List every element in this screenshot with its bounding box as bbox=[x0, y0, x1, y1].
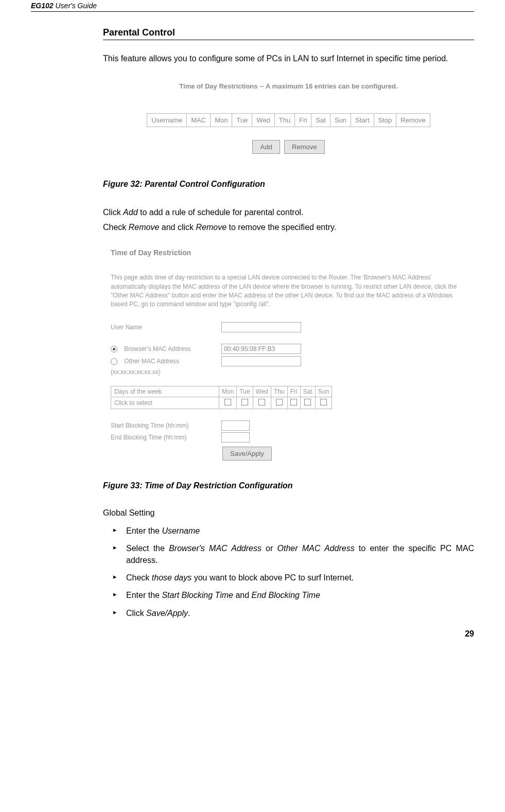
col-stop: Stop bbox=[374, 114, 396, 127]
col-wed: Wed bbox=[252, 114, 275, 127]
label-browser-mac: Browser's MAC Address bbox=[124, 345, 190, 352]
shot2-title: Time of Day Restriction bbox=[111, 249, 466, 257]
day-sun: Sun bbox=[315, 386, 332, 397]
col-sun: Sun bbox=[330, 114, 351, 127]
label-start-time: Start Blocking Time (hh:mm) bbox=[111, 422, 221, 429]
figure-32-caption: Figure 32: Parental Control Configuratio… bbox=[103, 180, 474, 189]
mid-line-1: Click Add to add a rule of schedule for … bbox=[103, 207, 474, 218]
day-thu: Thu bbox=[271, 386, 288, 397]
day-mon: Mon bbox=[219, 386, 237, 397]
figure-33-caption: Figure 33: Time of Day Restriction Confi… bbox=[103, 481, 474, 490]
day-tue: Tue bbox=[237, 386, 253, 397]
screenshot-time-restrictions-list: Time of Day Restrictions -- A maximum 16… bbox=[103, 75, 474, 167]
screenshot-time-restriction-form: Time of Day Restriction This page adds t… bbox=[103, 243, 474, 468]
label-click-select: Click to select bbox=[111, 397, 219, 409]
col-fri: Fri bbox=[295, 114, 311, 127]
day-fri: Fri bbox=[287, 386, 300, 397]
day-wed: Wed bbox=[253, 386, 271, 397]
checkbox-tue[interactable] bbox=[241, 399, 248, 405]
end-time-input[interactable] bbox=[221, 432, 250, 443]
username-input[interactable] bbox=[221, 322, 301, 332]
save-apply-button[interactable]: Save/Apply bbox=[222, 447, 272, 461]
global-setting-list: Enter the Username Select the Browser's … bbox=[103, 525, 474, 619]
col-username: Username bbox=[147, 114, 187, 127]
label-end-time: End Blocking Time (hh:mm) bbox=[111, 434, 221, 441]
col-mac: MAC bbox=[187, 114, 211, 127]
bullet-check-days: Check those days you want to block above… bbox=[113, 572, 474, 584]
start-time-input[interactable] bbox=[221, 420, 250, 431]
day-sat: Sat bbox=[300, 386, 315, 397]
radio-other-mac[interactable] bbox=[111, 358, 117, 365]
label-other-mac-hint: (xx:xx:xx:xx:xx:xx) bbox=[111, 368, 221, 376]
global-setting-heading: Global Setting bbox=[103, 508, 474, 518]
days-of-week-table: Days of the week Mon Tue Wed Thu Fri Sat… bbox=[111, 386, 332, 409]
remove-button[interactable]: Remove bbox=[284, 140, 324, 154]
section-title: Parental Control bbox=[103, 27, 474, 40]
mid-line-2: Check Remove and click Remove to remove … bbox=[103, 222, 474, 233]
label-other-mac: Other MAC Address bbox=[124, 358, 179, 365]
checkbox-wed[interactable] bbox=[258, 399, 265, 405]
checkbox-fri[interactable] bbox=[290, 399, 297, 405]
bullet-username: Enter the Username bbox=[113, 525, 474, 537]
shot2-paragraph: This page adds time of day restriction t… bbox=[111, 273, 466, 309]
col-start: Start bbox=[351, 114, 374, 127]
bullet-mac-select: Select the Browser's MAC Address or Othe… bbox=[113, 543, 474, 566]
bullet-blocking-time: Enter the Start Blocking Time and End Bl… bbox=[113, 590, 474, 601]
other-mac-input[interactable] bbox=[221, 356, 301, 366]
col-tue: Tue bbox=[232, 114, 252, 127]
checkbox-sat[interactable] bbox=[304, 399, 311, 405]
col-sat: Sat bbox=[311, 114, 330, 127]
checkbox-thu[interactable] bbox=[276, 399, 283, 405]
add-button[interactable]: Add bbox=[252, 140, 280, 154]
shot1-table: Username MAC Mon Tue Wed Thu Fri Sat Sun… bbox=[147, 113, 430, 127]
checkbox-mon[interactable] bbox=[224, 399, 231, 405]
col-thu: Thu bbox=[274, 114, 294, 127]
shot1-title: Time of Day Restrictions -- A maximum 16… bbox=[113, 82, 464, 90]
radio-browser-mac[interactable] bbox=[111, 346, 117, 352]
header-suffix: User's Guide bbox=[54, 2, 97, 10]
bullet-save-apply: Click Save/Apply. bbox=[113, 608, 474, 619]
label-username: User Name bbox=[111, 324, 221, 331]
col-remove: Remove bbox=[396, 114, 430, 127]
browser-mac-input[interactable]: 00:40:95:08:FF:B3 bbox=[221, 344, 301, 354]
col-mon: Mon bbox=[211, 114, 232, 127]
checkbox-sun[interactable] bbox=[320, 399, 327, 405]
label-days-of-week: Days of the week bbox=[111, 386, 219, 397]
intro-paragraph: This feature allows you to configure som… bbox=[103, 53, 474, 64]
page-number: 29 bbox=[31, 629, 474, 639]
header-product: EG102 bbox=[31, 2, 54, 10]
page-header: EG102 User's Guide bbox=[31, 0, 474, 12]
